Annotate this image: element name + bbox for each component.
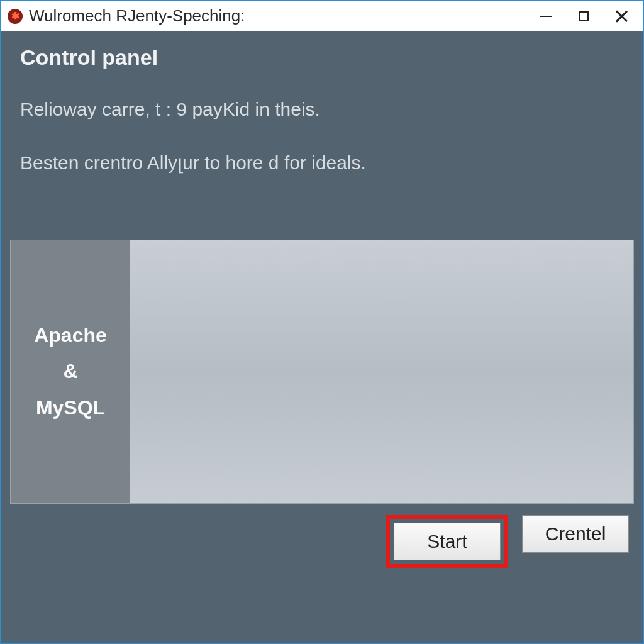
service-label-apache: Apache [34, 318, 107, 354]
titlebar: ✱ Wulromech RJenty-Speching: [1, 1, 643, 31]
page-title: Control panel [1, 31, 643, 76]
start-button-highlight: Start [386, 515, 508, 568]
close-icon [615, 10, 628, 23]
dialog-footer: Start Crentel [1, 504, 643, 584]
minimize-button[interactable] [527, 1, 565, 31]
content-area: Control panel Relioway carre, t : 9 payK… [1, 31, 643, 643]
maximize-button[interactable] [565, 1, 602, 31]
minimize-icon [540, 16, 552, 17]
service-label-mysql: MySQL [36, 390, 105, 426]
window-title: Wulromech RJenty-Speching: [29, 6, 527, 26]
app-icon: ✱ [8, 9, 23, 24]
window-controls [527, 1, 640, 31]
service-body [130, 240, 633, 503]
maximize-icon [579, 11, 589, 21]
service-panel: Apache & MySQL [10, 240, 634, 504]
crentel-button[interactable]: Crentel [522, 515, 629, 553]
description-area: Relioway carre, t : 9 payKid in theis. B… [1, 76, 643, 208]
service-label-column: Apache & MySQL [11, 240, 130, 503]
description-line-2: Besten crentro Allyլur to hore d for ide… [20, 148, 624, 177]
application-window: ✱ Wulromech RJenty-Speching: Control pan… [0, 0, 644, 644]
start-button[interactable]: Start [394, 523, 501, 560]
description-line-1: Relioway carre, t : 9 payKid in theis. [20, 95, 624, 123]
service-label-amp: & [63, 353, 77, 390]
close-button[interactable] [602, 1, 640, 31]
